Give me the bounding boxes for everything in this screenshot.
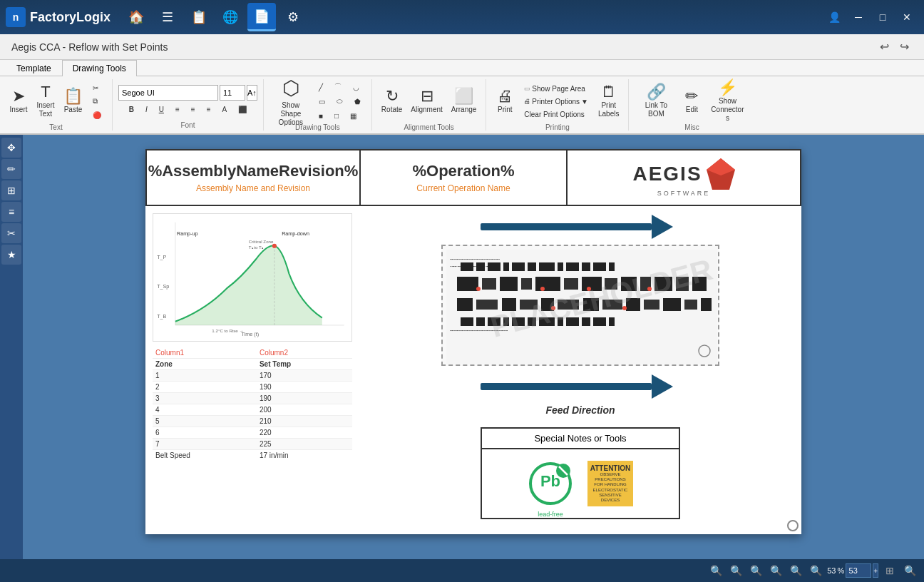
clear-print-btn[interactable]: Clear Print Options [519,108,593,121]
nav-checklist[interactable]: ☰ [153,3,182,31]
copy-btn[interactable]: ⧉ [88,95,106,108]
close-btn[interactable]: ✕ [895,6,918,29]
lead-free-svg: Pb [528,461,573,506]
aegis-logo: AEGIS SOFTWARE [632,158,734,197]
highlight-btn[interactable]: ⬛ [233,103,252,116]
sidebar-cut-tool[interactable]: ✂ [1,223,21,243]
sidebar-grid-tool[interactable]: ⊞ [1,180,21,200]
zoom-input[interactable] [846,563,871,578]
cut-btn[interactable]: ✂ [88,81,106,94]
undo-btn[interactable]: ↩ [876,39,893,56]
svg-point-72 [540,287,545,291]
print-btn[interactable]: 🖨 Print [492,81,518,122]
edit-btn[interactable]: ✏ Edit [679,81,704,122]
italic-btn[interactable]: I [140,103,153,116]
svg-text:1.2°C to Rise →: 1.2°C to Rise → [212,328,243,333]
minimize-btn[interactable]: ─ [847,6,870,29]
doc-left-panel: T_B T_Sp T_P Time (t) Critical Zon [153,213,352,527]
link-to-bom-btn[interactable]: 🔗 Link To BOM [635,81,677,122]
ribbon-printing-items: 🖨 Print ▭ Show Page Area 🖨 Printer Optio… [492,81,622,122]
statusbar-zoom-fit[interactable]: ⊞ [881,562,898,579]
fill-btn[interactable]: ■ [314,109,328,122]
nav-globe[interactable]: 🌐 [216,3,245,31]
sidebar-select-tool[interactable]: ✥ [1,138,21,158]
statusbar-icon-2[interactable]: 🔍 [727,562,744,579]
tab-template[interactable]: Template [6,60,62,76]
document-canvas: %AssemblyNameRevision% Assembly Name and… [145,149,801,534]
font-size-input[interactable] [220,85,245,101]
svg-rect-21 [461,262,473,271]
zoom-in-btn[interactable]: + [873,563,878,578]
svg-rect-56 [663,298,681,311]
svg-rect-57 [684,300,697,310]
svg-text:Time (t): Time (t) [242,331,260,337]
align-left-btn[interactable]: ≡ [170,103,185,116]
shape-row3: ■ □ ▦ [314,109,366,122]
lead-free-label: lead-free [528,511,573,518]
line-tool-btn[interactable]: ╱ [314,81,328,93]
sidebar-star-tool[interactable]: ★ [1,245,21,265]
statusbar-zoom-out[interactable]: 🔍 [901,562,918,579]
format-btn[interactable]: 🔴 [88,108,106,121]
alignment-label: Alignment [411,106,442,114]
doc-titlebar: Aegis CCA - Reflow with Set Points ↩ ↪ [0,34,924,60]
canvas-area[interactable]: %AssemblyNameRevision% Assembly Name and… [23,135,924,559]
text-color-btn[interactable]: A [217,103,232,116]
statusbar-icon-3[interactable]: 🔍 [747,562,764,579]
statusbar-icon-1[interactable]: 🔍 [707,562,724,579]
poly-tool-btn[interactable]: ⬟ [349,95,366,108]
table-cell-temp: 170 [257,370,352,382]
insert-btn[interactable]: ➤ Insert [6,81,31,122]
arrange-btn[interactable]: ⬜ Arrange [448,81,481,122]
alignment-btn[interactable]: ⊟ Alignment [407,81,446,122]
underline-btn[interactable]: U [154,103,169,116]
font-size-up-btn[interactable]: A↑ [247,85,257,101]
curve-tool-btn[interactable]: ⌒ [329,81,346,93]
print-labels-btn[interactable]: 🗒 PrintLabels [595,81,622,122]
svg-rect-24 [503,262,509,271]
font-name-input[interactable] [118,85,218,101]
bold-btn[interactable]: B [124,103,139,116]
table-row: ZoneSet Temp [153,359,352,370]
svg-rect-69 [593,317,606,326]
ribbon: Template Drawing Tools ➤ Insert T Insert… [0,60,924,135]
show-page-area-btn[interactable]: ▭ Show Page Area [519,82,593,95]
rect-tool-btn[interactable]: ▭ [314,95,330,108]
link-bom-icon: 🔗 [647,84,666,100]
statusbar-icon-6[interactable]: 🔍 [807,562,824,579]
redo-btn[interactable]: ↪ [895,39,913,56]
printer-options-btn[interactable]: 🖨 Printer Options ▼ [519,95,593,108]
svg-rect-26 [528,262,536,271]
special-notes-header: Special Notes or Tools [482,429,679,449]
ellipse-tool-btn[interactable]: ⬭ [332,95,348,108]
paste-btn[interactable]: 📋 Paste [60,81,86,122]
nav-settings[interactable]: ⚙ [279,3,307,31]
ribbon-misc-items: 🔗 Link To BOM ✏ Edit ⚡ Show Connectors [635,81,749,122]
statusbar-icons: 🔍 🔍 🔍 🔍 🔍 🔍 53 % + ⊞ 🔍 [707,562,918,579]
nav-document[interactable]: 📄 [247,3,276,31]
shape-tools: ╱ ⌒ ◡ ▭ ⬭ ⬟ ■ □ ▦ [314,81,366,122]
rotate-btn[interactable]: ↻ Rotate [378,81,406,122]
align-right-btn[interactable]: ≡ [202,103,216,116]
show-connectors-btn[interactable]: ⚡ Show Connectors [706,81,749,122]
statusbar-icon-5[interactable]: 🔍 [787,562,804,579]
link-bom-label: Link To BOM [638,101,674,118]
statusbar-icon-4[interactable]: 🔍 [767,562,784,579]
insert-text-btn[interactable]: T InsertText [33,81,58,122]
lead-free-icon: Pb lead-free [528,461,573,506]
stroke-btn[interactable]: □ [329,109,344,122]
show-shape-options-btn[interactable]: ⬡ Show Shape Options [270,81,312,122]
temp-table: Column1 Column2 ZoneSet Temp117021903190… [153,347,352,461]
sidebar-draw-tool[interactable]: ✏ [1,159,21,179]
sidebar-list-tool[interactable]: ≡ [1,202,21,222]
tab-drawing-tools[interactable]: Drawing Tools [62,60,137,76]
align-center-btn[interactable]: ≡ [186,103,200,116]
gradient-btn[interactable]: ▦ [345,109,361,122]
arc-tool-btn[interactable]: ◡ [348,81,364,93]
nav-book[interactable]: 📋 [185,3,213,31]
user-icon[interactable]: 👤 [823,6,846,29]
nav-home[interactable]: 🏠 [122,3,150,31]
maximize-btn[interactable]: □ [871,6,894,29]
insert-icon: ➤ [12,88,25,104]
table-cell-temp: Set Temp [257,359,352,370]
